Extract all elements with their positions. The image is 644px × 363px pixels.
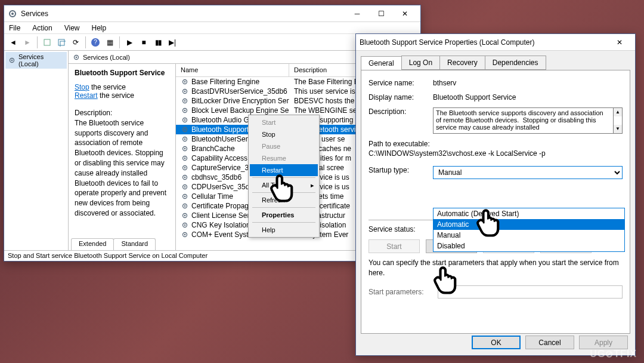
tab-general[interactable]: General	[361, 56, 402, 70]
watermark: UG⊘TFIX	[590, 348, 637, 359]
gear-icon	[181, 78, 189, 86]
context-menu: StartStopPauseResumeRestartAll TasksRefr…	[248, 115, 320, 238]
svg-point-18	[184, 119, 186, 121]
refresh-button[interactable]	[55, 36, 68, 49]
gear-icon	[181, 125, 189, 134]
svg-point-30	[184, 177, 186, 179]
maximize-button[interactable]: ☐	[369, 6, 393, 21]
forward-button[interactable]: ►	[21, 36, 34, 49]
ctx-refresh[interactable]: Refresh	[250, 194, 318, 206]
description-scrollbar[interactable]: ▲▼	[614, 107, 623, 134]
tab-logon[interactable]: Log On	[401, 56, 440, 70]
ctx-start: Start	[250, 116, 318, 128]
svg-point-28	[184, 167, 186, 169]
close-button[interactable]: ✕	[393, 6, 417, 21]
label-start-parameters: Start parameters:	[369, 288, 433, 296]
startup-type-select[interactable]: Manual	[433, 166, 623, 179]
ctx-stop[interactable]: Stop	[250, 128, 318, 140]
gear-icon	[72, 53, 80, 61]
gear-icon	[181, 87, 189, 96]
help-button[interactable]: ?	[89, 36, 102, 49]
value-description[interactable]: The Bluetooth service supports discovery…	[433, 107, 614, 134]
startup-option[interactable]: Manual	[434, 230, 624, 241]
start-button[interactable]: Start	[369, 239, 420, 253]
desc-text: The Bluetooth service supports discovery…	[75, 118, 169, 219]
tab-recovery[interactable]: Recovery	[439, 56, 485, 70]
tree-pane: Services (Local)	[4, 51, 69, 250]
svg-point-1	[11, 13, 14, 15]
restart-button[interactable]: ▶|	[166, 36, 179, 49]
ctx-all-tasks[interactable]: All Tasks	[250, 179, 318, 191]
value-service-name: bthserv	[433, 79, 623, 87]
ok-button[interactable]: OK	[472, 336, 521, 349]
svg-point-22	[184, 139, 186, 140]
menu-view[interactable]: View	[62, 23, 82, 33]
ctx-properties[interactable]: Properties	[250, 209, 318, 221]
svg-point-16	[184, 110, 186, 112]
stop-button[interactable]: ■	[137, 36, 150, 49]
tab-standard[interactable]: Standard	[113, 238, 156, 250]
properties-dialog: Bluetooth Support Service Properties (Lo…	[355, 33, 636, 356]
properties-title: Bluetooth Support Service Properties (Lo…	[360, 38, 608, 47]
restart-link[interactable]: Restart	[75, 91, 98, 100]
gear-icon	[181, 106, 189, 115]
svg-point-10	[184, 81, 186, 83]
label-path: Path to executable:	[369, 140, 430, 148]
close-button[interactable]: ✕	[608, 35, 631, 50]
label-display-name: Display name:	[369, 93, 433, 101]
play-button[interactable]: ▶	[123, 36, 136, 49]
gear-icon	[181, 230, 189, 239]
startup-option[interactable]: Automatic (Delayed Start)	[434, 208, 624, 219]
ctx-restart[interactable]: Restart	[250, 164, 318, 176]
cancel-button[interactable]: Cancel	[525, 336, 574, 349]
menu-help[interactable]: Help	[89, 23, 109, 33]
pause-button[interactable]: ▮▮	[151, 36, 165, 49]
desc-label: Description:	[75, 108, 169, 118]
value-display-name: Bluetooth Support Service	[433, 93, 623, 101]
svg-rect-3	[58, 39, 64, 45]
label-description: Description:	[369, 107, 433, 116]
svg-point-14	[184, 100, 186, 102]
apply-button[interactable]: Apply	[579, 336, 628, 349]
gear-icon	[181, 202, 189, 210]
note-text: You can specify the start parameters tha…	[369, 258, 623, 278]
menu-file[interactable]: File	[7, 23, 23, 33]
services-titlebar[interactable]: Services ─ ☐ ✕	[4, 5, 420, 22]
gear-icon	[8, 56, 16, 64]
svg-point-34	[184, 196, 186, 198]
detail-pane: Bluetooth Support Service Stop the servi…	[69, 64, 176, 250]
svg-point-6	[11, 60, 13, 61]
gear-icon	[181, 164, 189, 172]
label-service-name: Service name:	[369, 79, 433, 87]
start-parameters-input[interactable]	[438, 285, 623, 299]
back-button[interactable]: ◄	[7, 36, 20, 49]
gear-icon	[181, 154, 189, 162]
svg-point-32	[184, 186, 186, 188]
detail-service-title: Bluetooth Support Service	[75, 69, 169, 77]
ctx-resume: Resume	[250, 152, 318, 164]
startup-option[interactable]: Automatic	[434, 219, 624, 230]
svg-point-24	[184, 148, 186, 150]
value-path: C:\WINDOWS\system32\svchost.exe -k Local…	[369, 149, 623, 158]
svg-point-40	[184, 224, 186, 226]
svg-point-12	[184, 91, 186, 93]
minimize-button[interactable]: ─	[345, 6, 369, 21]
props-button[interactable]: ▦	[103, 36, 116, 49]
tab-extended[interactable]: Extended	[71, 238, 114, 250]
stop-link[interactable]: Stop	[75, 83, 89, 91]
ctx-help[interactable]: Help	[250, 224, 318, 236]
svg-point-26	[184, 158, 186, 159]
tree-root[interactable]: Services (Local)	[5, 52, 67, 69]
view-button[interactable]	[41, 36, 54, 49]
export-button[interactable]: ⟳	[69, 36, 82, 49]
column-name[interactable]: Name	[176, 64, 289, 76]
gear-icon	[181, 144, 189, 153]
svg-rect-4	[60, 41, 66, 47]
startup-option[interactable]: Disabled	[434, 241, 624, 251]
tab-dependencies[interactable]: Dependencies	[485, 56, 546, 70]
gear-icon	[181, 211, 189, 220]
svg-rect-2	[44, 39, 50, 45]
svg-point-36	[184, 205, 186, 207]
menubar: File Action View Help	[4, 22, 420, 34]
menu-action[interactable]: Action	[30, 23, 54, 33]
